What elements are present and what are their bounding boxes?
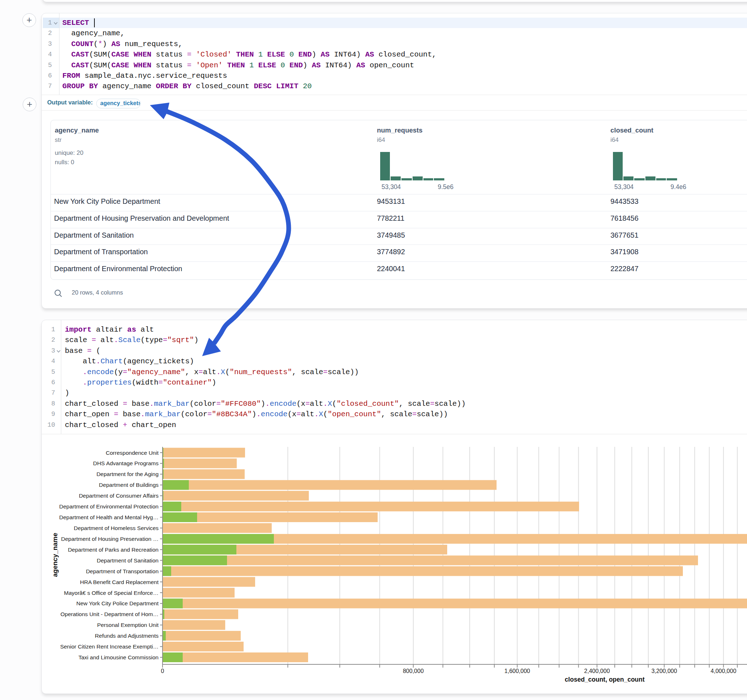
svg-text:Department of Health and Menta: Department of Health and Mental Hyg… <box>59 514 159 520</box>
svg-text:Taxi and Limousine Commission: Taxi and Limousine Commission <box>79 654 159 661</box>
svg-text:Mayorâ€ s Office of Special En: Mayorâ€ s Office of Special Enforce… <box>64 590 159 596</box>
svg-text:4,000,000: 4,000,000 <box>711 668 736 674</box>
svg-text:closed_count, open_count: closed_count, open_count <box>565 676 645 683</box>
svg-text:Senior Citizen Rent Increase E: Senior Citizen Rent Increase Exempti… <box>60 643 159 650</box>
svg-text:Department of Homeless Service: Department of Homeless Services <box>74 525 159 531</box>
svg-text:1,600,000: 1,600,000 <box>505 668 530 674</box>
svg-text:Department of Sanitation: Department of Sanitation <box>97 557 159 564</box>
svg-text:HRA Benefit Card Replacement: HRA Benefit Card Replacement <box>80 579 159 585</box>
svg-text:DHS Advantage Programs: DHS Advantage Programs <box>93 460 159 466</box>
svg-text:Department of Buildings: Department of Buildings <box>99 482 159 488</box>
svg-text:New York City Police Departmen: New York City Police Department <box>76 600 159 606</box>
svg-text:Department of Consumer Affairs: Department of Consumer Affairs <box>79 493 159 499</box>
svg-text:0: 0 <box>161 668 164 674</box>
svg-text:Department for the Aging: Department for the Aging <box>97 471 159 477</box>
svg-text:3,200,000: 3,200,000 <box>652 668 677 674</box>
svg-text:Operations Unit - Department o: Operations Unit - Department of Hom… <box>60 611 159 617</box>
svg-text:800,000: 800,000 <box>403 668 424 674</box>
svg-text:Department of Parks and Recrea: Department of Parks and Recreation <box>68 547 159 553</box>
svg-text:Department of Environmental Pr: Department of Environmental Protection <box>59 503 159 510</box>
svg-text:Personal Exemption Unit: Personal Exemption Unit <box>97 622 159 628</box>
svg-text:Department of Housing Preserva: Department of Housing Preservation … <box>61 536 159 542</box>
svg-text:2,400,000: 2,400,000 <box>584 668 610 674</box>
svg-text:agency_name: agency_name <box>51 533 59 577</box>
svg-text:Refunds and Adjustments: Refunds and Adjustments <box>95 633 159 639</box>
svg-text:Department of Transportation: Department of Transportation <box>86 568 159 574</box>
svg-text:Correspondence Unit: Correspondence Unit <box>106 450 159 456</box>
